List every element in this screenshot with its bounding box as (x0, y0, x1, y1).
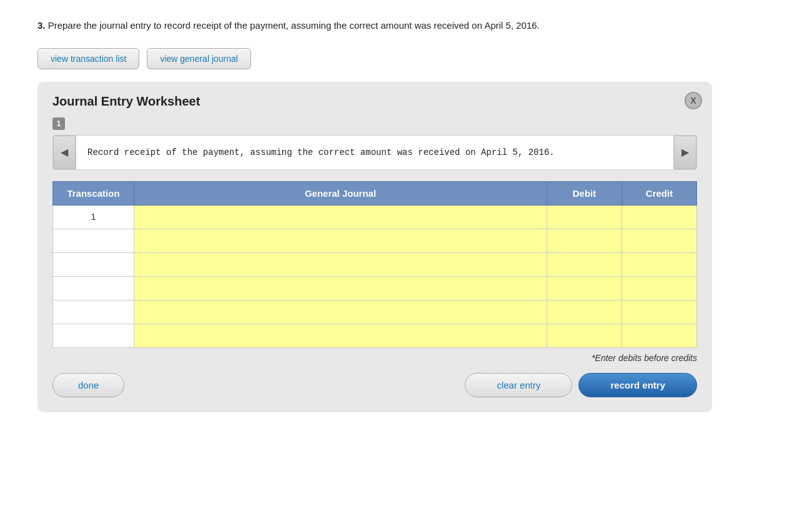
credit-cell[interactable] (622, 205, 697, 229)
credit-input[interactable] (622, 277, 696, 300)
col-header-transcation: Transcation (53, 181, 134, 205)
col-header-credit: Credit (622, 181, 697, 205)
debit-input[interactable] (547, 229, 621, 252)
bottom-buttons: done clear entry record entry (52, 373, 697, 397)
question-number: 3. (37, 20, 46, 31)
col-header-debit: Debit (547, 181, 622, 205)
worksheet-title: Journal Entry Worksheet (52, 94, 697, 109)
table-header-row: Transcation General Journal Debit Credit (53, 181, 697, 205)
credit-cell[interactable] (622, 300, 697, 324)
debit-input[interactable] (547, 206, 621, 229)
credit-cell[interactable] (622, 324, 697, 347)
transcation-cell (53, 276, 134, 300)
debit-cell[interactable] (547, 324, 622, 347)
debit-cell[interactable] (547, 276, 622, 300)
general-journal-cell[interactable] (134, 276, 547, 300)
general-journal-input[interactable] (134, 229, 547, 252)
table-row: 1 (53, 205, 697, 229)
table-row (53, 229, 697, 252)
done-button[interactable]: done (52, 373, 124, 397)
record-entry-button[interactable]: record entry (578, 373, 697, 397)
debit-input[interactable] (547, 253, 621, 276)
general-journal-input[interactable] (134, 206, 547, 229)
general-journal-cell[interactable] (134, 205, 547, 229)
transcation-cell: 1 (53, 205, 134, 229)
credit-input[interactable] (622, 300, 696, 324)
credit-input[interactable] (622, 229, 696, 252)
col-header-general-journal: General Journal (134, 181, 547, 205)
general-journal-input[interactable] (134, 253, 547, 276)
view-transaction-list-button[interactable]: view transaction list (37, 48, 139, 69)
credit-cell[interactable] (622, 276, 697, 300)
general-journal-cell[interactable] (134, 300, 547, 324)
journal-table: Transcation General Journal Debit Credit… (52, 181, 697, 348)
instruction-box: ◀ Record receipt of the payment, assumin… (52, 135, 697, 170)
debit-cell[interactable] (547, 229, 622, 252)
credit-input[interactable] (622, 253, 696, 276)
debit-input[interactable] (547, 277, 621, 300)
credit-input[interactable] (622, 324, 696, 347)
debit-cell[interactable] (547, 252, 622, 276)
general-journal-input[interactable] (134, 300, 547, 324)
debit-input[interactable] (547, 324, 621, 347)
question-text: 3. Prepare the journal entry to record r… (37, 19, 775, 33)
view-general-journal-button[interactable]: view general journal (147, 48, 251, 69)
table-row (53, 324, 697, 347)
debit-input[interactable] (547, 300, 621, 324)
step-badge: 1 (52, 117, 65, 130)
debit-cell[interactable] (547, 205, 622, 229)
transcation-cell (53, 324, 134, 347)
general-journal-input[interactable] (134, 324, 547, 347)
debit-cell[interactable] (547, 300, 622, 324)
instruction-text: Record receipt of the payment, assuming … (76, 136, 674, 169)
credit-cell[interactable] (622, 229, 697, 252)
general-journal-cell[interactable] (134, 252, 547, 276)
prev-arrow[interactable]: ◀ (53, 136, 76, 169)
close-button[interactable]: X (685, 92, 702, 109)
journal-entry-worksheet: Journal Entry Worksheet X 1 ◀ Record rec… (37, 82, 712, 412)
clear-entry-button[interactable]: clear entry (465, 373, 572, 397)
right-buttons-group: clear entry record entry (465, 373, 697, 397)
transcation-cell (53, 252, 134, 276)
next-arrow[interactable]: ▶ (674, 136, 696, 169)
table-row (53, 276, 697, 300)
top-buttons-container: view transaction list view general journ… (37, 48, 775, 69)
credit-cell[interactable] (622, 252, 697, 276)
general-journal-cell[interactable] (134, 324, 547, 347)
general-journal-input[interactable] (134, 277, 547, 300)
table-row (53, 300, 697, 324)
transcation-cell (53, 229, 134, 252)
credit-input[interactable] (622, 206, 696, 229)
transcation-cell (53, 300, 134, 324)
table-row (53, 252, 697, 276)
hint-text: *Enter debits before credits (52, 353, 697, 363)
general-journal-cell[interactable] (134, 229, 547, 252)
